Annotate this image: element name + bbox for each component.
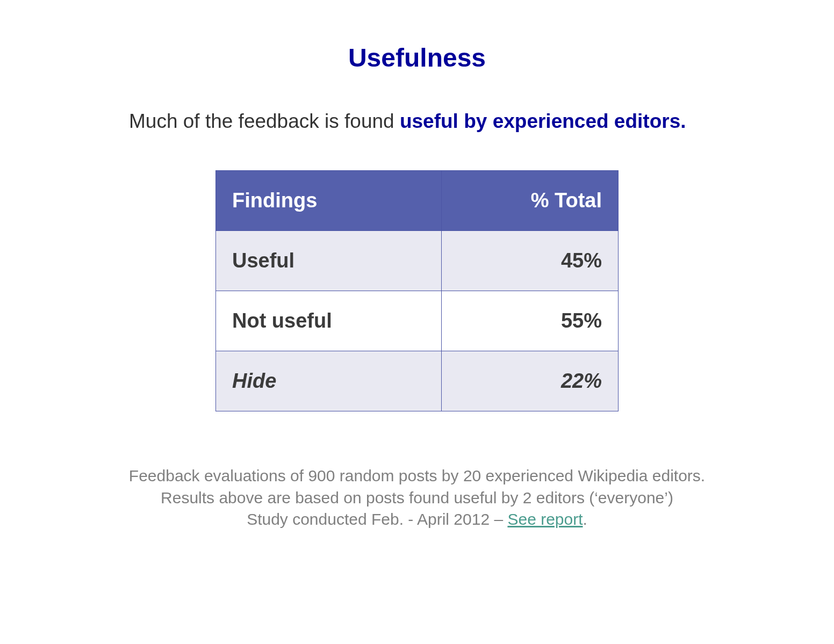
table-header-row: Findings % Total: [216, 171, 619, 231]
table-row: Useful 45%: [216, 231, 619, 291]
table-wrapper: Findings % Total Useful 45% Not useful 5…: [0, 170, 834, 411]
footer-line-1: Feedback evaluations of 900 random posts…: [107, 465, 727, 487]
subtitle-emphasis: useful by experienced editors.: [400, 110, 686, 132]
row-value: 22%: [442, 351, 619, 411]
footer-note: Feedback evaluations of 900 random posts…: [0, 465, 834, 531]
footer-line-2: Results above are based on posts found u…: [107, 487, 727, 509]
see-report-link[interactable]: See report: [507, 510, 583, 528]
slide-container: Usefulness Much of the feedback is found…: [0, 43, 834, 531]
row-label: Not useful: [216, 291, 442, 351]
slide-subtitle: Much of the feedback is found useful by …: [129, 110, 727, 133]
footer-line-3: Study conducted Feb. - April 2012 – See …: [107, 509, 727, 531]
subtitle-prefix: Much of the feedback is found: [129, 110, 400, 132]
row-value: 45%: [442, 231, 619, 291]
table-row: Hide 22%: [216, 351, 619, 411]
row-label: Hide: [216, 351, 442, 411]
table-header-findings: Findings: [216, 171, 442, 231]
table-row: Not useful 55%: [216, 291, 619, 351]
findings-table: Findings % Total Useful 45% Not useful 5…: [215, 170, 619, 411]
footer-line3-prefix: Study conducted Feb. - April 2012 –: [247, 510, 507, 528]
row-value: 55%: [442, 291, 619, 351]
row-label: Useful: [216, 231, 442, 291]
slide-title: Usefulness: [0, 43, 834, 73]
table-header-total: % Total: [442, 171, 619, 231]
footer-line3-suffix: .: [583, 510, 587, 528]
